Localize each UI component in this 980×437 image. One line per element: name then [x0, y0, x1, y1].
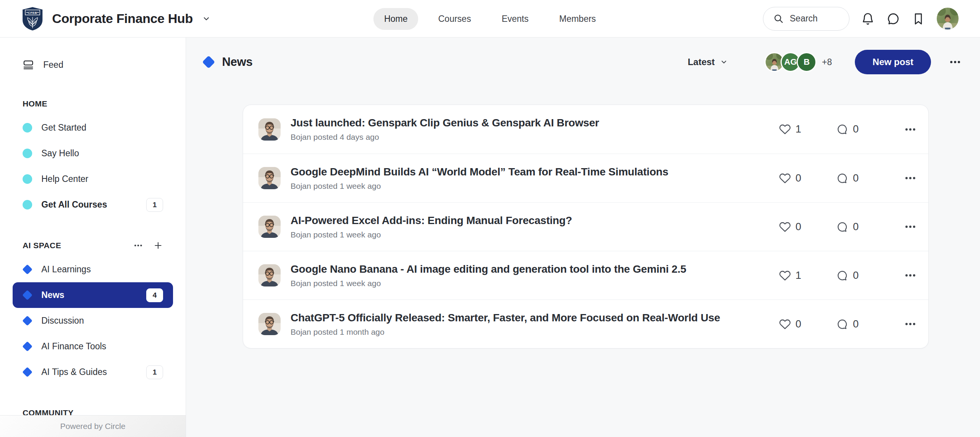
sort-dropdown[interactable]: Latest: [688, 57, 728, 67]
unread-badge: 4: [146, 288, 163, 302]
post-meta: Bojan posted 4 days ago: [291, 133, 771, 142]
unread-badge: 1: [146, 198, 163, 212]
author-avatar[interactable]: [258, 264, 281, 286]
like-button[interactable]: 0: [779, 221, 836, 233]
heart-icon: [779, 270, 791, 282]
unread-badge: 1: [146, 365, 163, 379]
main-content: News Latest AG B +8 New post: [186, 38, 980, 437]
sidebar-item-ai-learnings[interactable]: AI Learnings: [13, 257, 173, 282]
comment-button[interactable]: 0: [836, 270, 894, 282]
community-switcher[interactable]: Corporate Finance Hub: [21, 7, 211, 31]
comment-button[interactable]: 0: [836, 123, 894, 135]
sidebar-section-ai-space: AI SPACE AI Learnings New: [13, 240, 173, 385]
comment-button[interactable]: 0: [836, 318, 894, 330]
section-title: HOME: [23, 99, 47, 108]
post-title[interactable]: Just launched: Genspark Clip Genius & Ge…: [291, 117, 771, 129]
user-avatar[interactable]: [937, 8, 959, 29]
notifications-bell-icon[interactable]: [861, 12, 875, 26]
sidebar-item-get-started[interactable]: Get Started: [13, 115, 173, 141]
heart-icon: [779, 318, 791, 330]
author-avatar[interactable]: [258, 118, 281, 141]
sidebar-item-ai-finance-tools[interactable]: AI Finance Tools: [13, 334, 173, 359]
chevron-down-icon: [202, 15, 211, 23]
section-more-icon[interactable]: [133, 241, 143, 250]
author-avatar[interactable]: [258, 216, 281, 238]
post-title[interactable]: AI-Powered Excel Add-ins: Ending Manual …: [291, 214, 771, 227]
new-post-button[interactable]: New post: [855, 50, 931, 74]
space-options-icon[interactable]: [949, 56, 962, 69]
sidebar-item-help-center[interactable]: Help Center: [13, 166, 173, 192]
comment-button[interactable]: 0: [836, 172, 894, 184]
post-options-icon[interactable]: [904, 172, 917, 185]
sidebar-item-feed[interactable]: Feed: [13, 54, 173, 76]
nav-events[interactable]: Events: [491, 8, 539, 30]
space-dot-icon: [23, 123, 32, 133]
post-row[interactable]: ChatGPT-5 Officially Released: Smarter, …: [243, 300, 928, 348]
top-bar-actions: [763, 7, 959, 31]
member-avatar-initials: B: [797, 52, 817, 72]
sidebar: Feed HOME Get Started Say Hello: [0, 38, 186, 437]
top-bar: Corporate Finance Hub Home Courses Event…: [0, 0, 980, 38]
space-diamond-icon: [23, 367, 32, 377]
member-overflow-count[interactable]: +8: [822, 57, 832, 67]
sidebar-item-news[interactable]: News 4: [13, 282, 173, 308]
like-button[interactable]: 0: [779, 172, 836, 184]
post-options-icon[interactable]: [904, 123, 917, 136]
like-button[interactable]: 1: [779, 123, 836, 135]
powered-by-circle[interactable]: Powered by Circle: [0, 415, 186, 437]
comment-icon: [836, 318, 848, 330]
like-button[interactable]: 0: [779, 318, 836, 330]
nav-home[interactable]: Home: [373, 8, 418, 30]
comment-button[interactable]: 0: [836, 221, 894, 233]
nav-courses[interactable]: Courses: [428, 8, 482, 30]
sidebar-item-ai-tips-guides[interactable]: AI Tips & Guides 1: [13, 359, 173, 385]
like-button[interactable]: 1: [779, 270, 836, 282]
sidebar-item-discussion[interactable]: Discussion: [13, 308, 173, 334]
post-row[interactable]: Just launched: Genspark Clip Genius & Ge…: [243, 105, 928, 154]
bookmarks-icon[interactable]: [911, 12, 925, 26]
post-options-icon[interactable]: [904, 269, 917, 282]
community-name: Corporate Finance Hub: [52, 11, 193, 26]
search-box[interactable]: [763, 7, 849, 31]
space-diamond-icon: [203, 56, 214, 68]
space-header: News Latest AG B +8 New post: [203, 50, 962, 74]
sidebar-section-home: HOME Get Started Say Hello: [13, 98, 173, 218]
chevron-down-icon: [720, 58, 728, 66]
comment-icon: [836, 221, 848, 233]
post-row[interactable]: Google DeepMind Builds AI “World Model” …: [243, 154, 928, 202]
space-dot-icon: [23, 149, 32, 158]
search-input[interactable]: [790, 13, 836, 24]
comment-icon: [836, 270, 848, 282]
author-avatar[interactable]: [258, 313, 281, 335]
nav-members[interactable]: Members: [549, 8, 607, 30]
messages-chat-icon[interactable]: [886, 12, 900, 26]
sidebar-item-get-all-courses[interactable]: Get All Courses 1: [13, 192, 173, 218]
post-title[interactable]: Google DeepMind Builds AI “World Model” …: [291, 166, 771, 178]
community-logo-icon: [21, 7, 44, 31]
add-space-icon[interactable]: [153, 241, 163, 250]
heart-icon: [779, 221, 791, 233]
space-diamond-icon: [23, 265, 32, 274]
post-meta: Bojan posted 1 week ago: [291, 230, 771, 239]
comment-icon: [836, 123, 848, 135]
page-title: News: [222, 55, 253, 69]
post-options-icon[interactable]: [904, 220, 917, 233]
search-icon: [773, 13, 784, 24]
post-meta: Bojan posted 1 month ago: [291, 327, 771, 337]
primary-nav: Home Courses Events Members: [373, 0, 606, 38]
member-avatars[interactable]: AG B: [764, 52, 817, 72]
circle-community-app: Corporate Finance Hub Home Courses Event…: [0, 0, 980, 437]
author-avatar[interactable]: [258, 167, 281, 189]
post-row[interactable]: Google Nano Banana - AI image editing an…: [243, 251, 928, 300]
heart-icon: [779, 123, 791, 135]
space-diamond-icon: [23, 342, 32, 351]
post-options-icon[interactable]: [904, 318, 917, 331]
space-diamond-icon: [23, 316, 32, 326]
feed-icon: [23, 59, 34, 70]
section-title: AI SPACE: [23, 241, 61, 250]
post-title[interactable]: Google Nano Banana - AI image editing an…: [291, 263, 771, 275]
post-title[interactable]: ChatGPT-5 Officially Released: Smarter, …: [291, 312, 771, 324]
heart-icon: [779, 172, 791, 184]
sidebar-item-say-hello[interactable]: Say Hello: [13, 141, 173, 166]
post-row[interactable]: AI-Powered Excel Add-ins: Ending Manual …: [243, 202, 928, 251]
